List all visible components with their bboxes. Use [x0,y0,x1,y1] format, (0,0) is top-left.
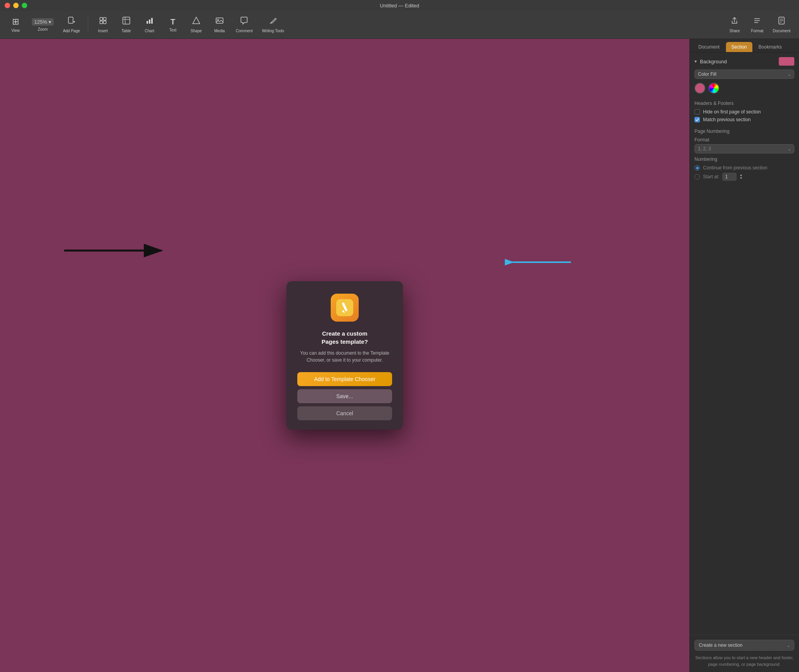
main-area: Create a custom Pages template? You can … [0,39,799,672]
svg-rect-4 [103,17,106,20]
add-page-icon [67,16,76,27]
section-dropdown-arrow-icon: ⌄ [787,643,790,648]
continue-radio[interactable] [694,165,700,171]
fill-type-select[interactable]: Color Fill ⌄ [694,70,794,79]
toolbar-zoom[interactable]: 125% ▾ Zoom [28,17,58,33]
section-dropdown[interactable]: Create a new section ⌄ [694,640,794,651]
toolbar-document[interactable]: Document [769,15,794,35]
svg-rect-14 [216,18,223,23]
shape-label: Shape [190,29,202,33]
sidebar: Document Section Bookmarks ▾ Background … [689,39,799,672]
chart-icon [145,16,154,27]
start-at-row: Start at: 1 ▲ ▼ [694,173,794,181]
continue-label: Continue from previous section [703,165,767,171]
section-dropdown-label: Create a new section [699,642,787,648]
tab-bookmarks[interactable]: Bookmarks [753,42,787,52]
svg-rect-5 [100,21,103,24]
pages-icon-svg [336,299,353,316]
dialog-description: You can add this document to the Templat… [297,350,392,364]
toolbar-right: Share Format Document [724,15,794,35]
numbering-label: Numbering [694,157,794,162]
fill-select-row: Color Fill ⌄ [694,70,794,79]
document-label: Document [773,29,790,33]
start-at-text-label: Start at: [703,174,719,179]
toolbar-divider-1 [88,17,88,33]
page-numbering-section: Page Numbering Format 1, 2, 3 ⌄ Numberin… [694,129,794,181]
tab-section[interactable]: Section [726,42,752,52]
svg-rect-12 [151,18,153,24]
format-label: Format [751,29,764,33]
svg-rect-6 [103,21,106,24]
color-wheel[interactable] [708,83,719,94]
svg-marker-13 [193,17,200,24]
writing-tools-label: Writing Tools [262,29,284,33]
media-label: Media [214,29,225,33]
match-previous-label: Match previous section [703,117,751,122]
format-select-row[interactable]: 1, 2, 3 ⌄ [694,144,794,153]
format-label: Format [694,137,794,143]
format-select-value: 1, 2, 3 [698,146,788,151]
comment-label: Comment [236,29,253,33]
add-to-template-chooser-button[interactable]: Add to Template Chooser [297,372,392,386]
toolbar-media[interactable]: Media [209,15,230,35]
svg-rect-10 [147,21,148,24]
dialog: Create a custom Pages template? You can … [286,281,403,430]
svg-rect-3 [100,17,103,20]
toolbar-shape[interactable]: Shape [185,15,207,35]
toolbar: ⊞ View 125% ▾ Zoom Add Page Insert [0,11,799,39]
toolbar-writing-tools[interactable]: Writing Tools [258,15,288,35]
background-title: Background [700,59,727,64]
media-icon [215,16,224,27]
start-at-radio[interactable] [694,174,700,179]
toolbar-text[interactable]: T Text [162,16,184,34]
hide-first-page-checkbox[interactable] [694,109,700,115]
fill-select-arrow-icon: ⌄ [788,72,791,77]
continue-from-prev-row: Continue from previous section [694,165,794,171]
format-icon [753,16,761,27]
comment-icon [240,16,248,27]
toolbar-add-page[interactable]: Add Page [59,15,84,35]
traffic-lights [5,3,27,8]
hide-first-page-label: Hide on first page of section [703,109,761,115]
start-at-input[interactable]: 1 [722,173,736,181]
page-numbering-title: Page Numbering [694,129,794,134]
text-icon: T [171,17,175,26]
background-chevron[interactable]: ▾ [694,59,697,64]
svg-rect-7 [123,17,130,24]
toolbar-insert[interactable]: Insert [92,15,114,35]
headers-footers-section: Headers & Footers Hide on first page of … [694,101,794,122]
view-label: View [11,28,20,33]
save-button[interactable]: Save... [297,389,392,403]
sidebar-content: ▾ Background Color Fill ⌄ Headers & Foot… [690,52,799,635]
toolbar-chart[interactable]: Chart [139,15,160,35]
dialog-title: Create a custom Pages template? [321,329,368,346]
start-at-stepper[interactable]: ▲ ▼ [740,174,743,180]
close-button[interactable] [5,3,10,8]
toolbar-table[interactable]: Table [115,15,137,35]
background-color-swatch[interactable] [779,57,794,66]
toolbar-view[interactable]: ⊞ View [5,15,26,34]
minimize-button[interactable] [13,3,19,8]
zoom-label: Zoom [38,27,48,31]
color-swatch[interactable] [694,83,705,94]
cancel-button[interactable]: Cancel [297,406,392,420]
toolbar-comment[interactable]: Comment [232,15,256,35]
writing-tools-icon [269,16,277,27]
svg-rect-0 [68,17,73,23]
toolbar-format[interactable]: Format [746,15,768,35]
background-section-header: ▾ Background [694,57,794,66]
text-label: Text [169,28,176,32]
fill-type-value: Color Fill [698,71,716,77]
toolbar-share[interactable]: Share [724,15,745,35]
tab-document[interactable]: Document [693,42,725,52]
title-bar: Untitled — Edited [0,0,799,11]
add-page-label: Add Page [63,29,80,33]
section-description: Sections allow you to start a new header… [694,655,794,667]
checkmark-icon [695,118,699,121]
document-icon [777,16,786,27]
stepper-down-icon[interactable]: ▼ [740,177,743,180]
match-previous-checkbox[interactable] [694,117,700,122]
maximize-button[interactable] [22,3,27,8]
window-title: Untitled — Edited [380,3,419,9]
canvas-area[interactable]: Create a custom Pages template? You can … [0,39,689,672]
